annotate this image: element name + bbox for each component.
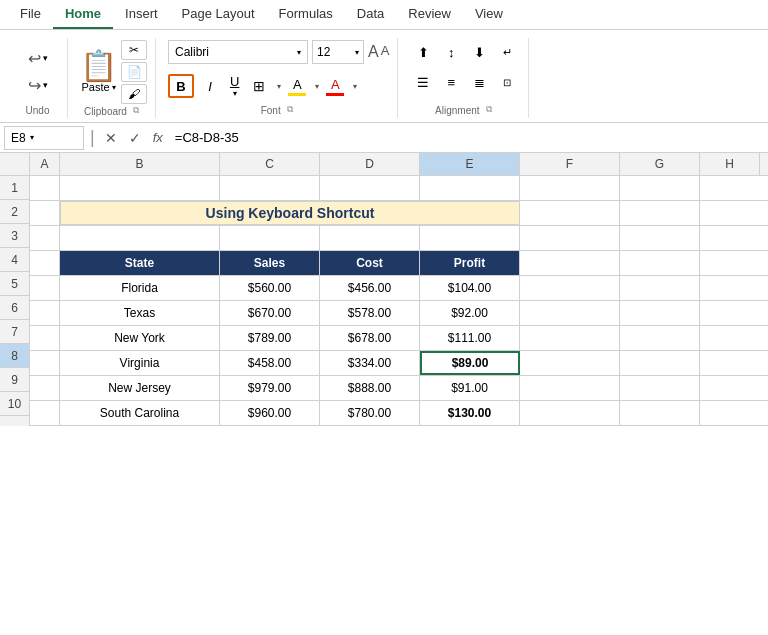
- cell-d1[interactable]: [320, 176, 420, 200]
- tab-file[interactable]: File: [8, 0, 53, 29]
- cell-c8[interactable]: $458.00: [220, 351, 320, 375]
- font-name-dropdown[interactable]: Calibri ▾: [168, 40, 308, 64]
- cell-e3[interactable]: [420, 226, 520, 250]
- row-header-3[interactable]: 3: [0, 224, 29, 248]
- cell-d10[interactable]: $780.00: [320, 401, 420, 425]
- cell-d6[interactable]: $578.00: [320, 301, 420, 325]
- confirm-formula-button[interactable]: ✓: [125, 128, 145, 148]
- cell-d3[interactable]: [320, 226, 420, 250]
- cell-e5[interactable]: $104.00: [420, 276, 520, 300]
- cell-d8[interactable]: $334.00: [320, 351, 420, 375]
- row-header-4[interactable]: 4: [0, 248, 29, 272]
- cell-g1[interactable]: [620, 176, 700, 200]
- cell-c6[interactable]: $670.00: [220, 301, 320, 325]
- cell-g2[interactable]: [620, 201, 700, 225]
- cell-b7[interactable]: New York: [60, 326, 220, 350]
- font-color-button[interactable]: A: [322, 74, 348, 99]
- cell-f5[interactable]: [520, 276, 620, 300]
- cell-a1[interactable]: [30, 176, 60, 200]
- undo-button[interactable]: ↩ ▾: [23, 46, 53, 71]
- cell-e8-active[interactable]: $89.00: [420, 351, 520, 375]
- cell-f1[interactable]: [520, 176, 620, 200]
- cell-f2[interactable]: [520, 201, 620, 225]
- cell-b10[interactable]: South Carolina: [60, 401, 220, 425]
- font-expand-icon[interactable]: ⧉: [283, 104, 297, 115]
- title-cell[interactable]: Using Keyboard Shortcut: [60, 201, 520, 225]
- fill-color-arrow[interactable]: ▾: [315, 82, 319, 91]
- italic-button[interactable]: I: [197, 74, 223, 98]
- clipboard-expand-icon[interactable]: ⧉: [129, 105, 143, 116]
- underline-arrow[interactable]: ▾: [233, 89, 237, 98]
- cell-c3[interactable]: [220, 226, 320, 250]
- cancel-formula-button[interactable]: ✕: [101, 128, 121, 148]
- align-bottom-button[interactable]: ⬇: [466, 40, 492, 64]
- cell-a3[interactable]: [30, 226, 60, 250]
- cell-g10[interactable]: [620, 401, 700, 425]
- cell-g9[interactable]: [620, 376, 700, 400]
- tab-home[interactable]: Home: [53, 0, 113, 29]
- cell-f9[interactable]: [520, 376, 620, 400]
- bold-button[interactable]: B: [168, 74, 194, 98]
- col-header-a[interactable]: A: [30, 153, 60, 175]
- wrap-text-button[interactable]: ↵: [494, 40, 520, 64]
- paste-button[interactable]: 📋 Paste ▾: [80, 51, 117, 93]
- decrease-font-size-button[interactable]: A: [381, 43, 390, 61]
- header-state[interactable]: State: [60, 251, 220, 275]
- cell-b8[interactable]: Virginia: [60, 351, 220, 375]
- col-header-g[interactable]: G: [620, 153, 700, 175]
- cell-g8[interactable]: [620, 351, 700, 375]
- cell-c10[interactable]: $960.00: [220, 401, 320, 425]
- cell-c9[interactable]: $979.00: [220, 376, 320, 400]
- paste-dropdown-icon[interactable]: ▾: [112, 83, 116, 92]
- formula-input[interactable]: [171, 126, 764, 150]
- tab-review[interactable]: Review: [396, 0, 463, 29]
- cell-a6[interactable]: [30, 301, 60, 325]
- align-right-button[interactable]: ≣: [466, 70, 492, 94]
- col-header-b[interactable]: B: [60, 153, 220, 175]
- col-header-f[interactable]: F: [520, 153, 620, 175]
- cell-e7[interactable]: $111.00: [420, 326, 520, 350]
- underline-button[interactable]: U ▾: [226, 71, 243, 101]
- cell-reference-box[interactable]: E8 ▾: [4, 126, 84, 150]
- cell-e9[interactable]: $91.00: [420, 376, 520, 400]
- col-header-e[interactable]: E: [420, 153, 520, 175]
- cell-c5[interactable]: $560.00: [220, 276, 320, 300]
- tab-data[interactable]: Data: [345, 0, 396, 29]
- header-sales[interactable]: Sales: [220, 251, 320, 275]
- cell-d5[interactable]: $456.00: [320, 276, 420, 300]
- cell-e10[interactable]: $130.00: [420, 401, 520, 425]
- font-size-dropdown[interactable]: 12 ▾: [312, 40, 364, 64]
- align-top-button[interactable]: ⬆: [410, 40, 436, 64]
- cell-d9[interactable]: $888.00: [320, 376, 420, 400]
- borders-arrow[interactable]: ▾: [277, 82, 281, 91]
- cell-a5[interactable]: [30, 276, 60, 300]
- cell-a10[interactable]: [30, 401, 60, 425]
- cell-f3[interactable]: [520, 226, 620, 250]
- col-header-h[interactable]: H: [700, 153, 760, 175]
- cell-f4[interactable]: [520, 251, 620, 275]
- align-center-button[interactable]: ≡: [438, 70, 464, 94]
- cut-button[interactable]: ✂: [121, 40, 147, 60]
- cell-e1[interactable]: [420, 176, 520, 200]
- align-middle-button[interactable]: ↕: [438, 40, 464, 64]
- row-header-5[interactable]: 5: [0, 272, 29, 296]
- row-header-10[interactable]: 10: [0, 392, 29, 416]
- cell-f7[interactable]: [520, 326, 620, 350]
- row-header-6[interactable]: 6: [0, 296, 29, 320]
- cell-b6[interactable]: Texas: [60, 301, 220, 325]
- cell-ref-arrow[interactable]: ▾: [30, 133, 34, 142]
- cell-g3[interactable]: [620, 226, 700, 250]
- copy-button[interactable]: 📄: [121, 62, 147, 82]
- cell-e6[interactable]: $92.00: [420, 301, 520, 325]
- cell-f6[interactable]: [520, 301, 620, 325]
- cell-g5[interactable]: [620, 276, 700, 300]
- tab-page-layout[interactable]: Page Layout: [170, 0, 267, 29]
- col-header-d[interactable]: D: [320, 153, 420, 175]
- align-left-button[interactable]: ☰: [410, 70, 436, 94]
- col-header-c[interactable]: C: [220, 153, 320, 175]
- cell-f8[interactable]: [520, 351, 620, 375]
- cell-a8[interactable]: [30, 351, 60, 375]
- borders-button[interactable]: ⊞: [246, 74, 272, 98]
- cell-a2[interactable]: [30, 201, 60, 225]
- fill-color-button[interactable]: A: [284, 74, 310, 99]
